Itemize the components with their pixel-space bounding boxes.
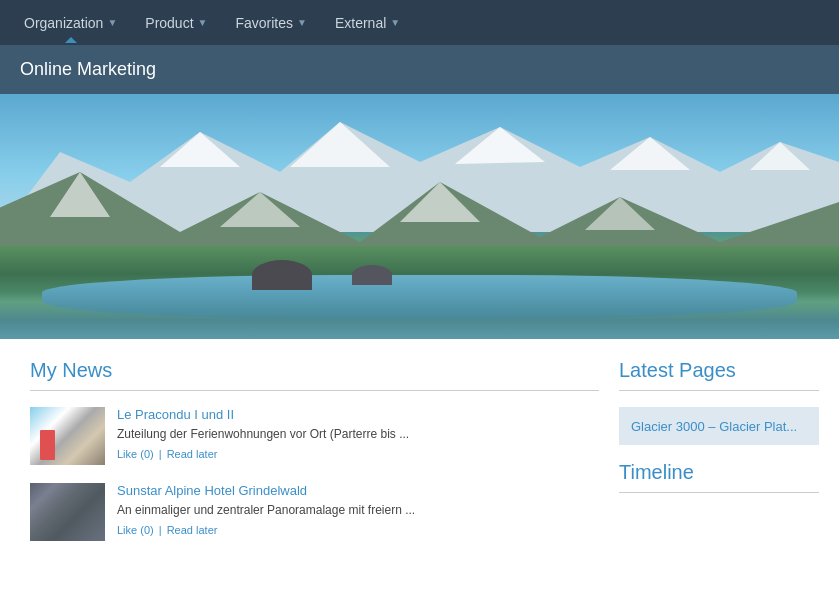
- nav-label-organization: Organization: [24, 15, 103, 31]
- nav-label-product: Product: [145, 15, 193, 31]
- chevron-down-icon: ▼: [297, 17, 307, 28]
- latest-pages-title: Latest Pages: [619, 359, 819, 391]
- news-thumb-2: [30, 483, 105, 541]
- nav-item-external[interactable]: External ▼: [321, 5, 414, 41]
- water-reflection: [42, 275, 797, 319]
- nav-item-organization[interactable]: Organization ▼: [10, 5, 131, 41]
- chevron-down-icon: ▼: [107, 17, 117, 28]
- right-column: Latest Pages Glacier 3000 – Glacier Plat…: [619, 359, 819, 559]
- news-excerpt-1: Zuteilung der Ferienwohnungen vor Ort (P…: [117, 426, 409, 443]
- read-later-2[interactable]: Read later: [167, 524, 218, 536]
- separator-2: |: [159, 524, 162, 536]
- my-news-section: My News Le Pracondu I und II Zuteilung d…: [30, 359, 599, 559]
- separator-1: |: [159, 448, 162, 460]
- nav-label-favorites: Favorites: [235, 15, 293, 31]
- chevron-down-icon: ▼: [198, 17, 208, 28]
- news-body-2: Sunstar Alpine Hotel Grindelwald An einm…: [117, 483, 415, 541]
- like-label-1[interactable]: Like (0): [117, 448, 154, 460]
- news-actions-1[interactable]: Like (0) | Read later: [117, 448, 409, 460]
- news-item-2: Sunstar Alpine Hotel Grindelwald An einm…: [30, 483, 599, 541]
- news-body-1: Le Pracondu I und II Zuteilung der Ferie…: [117, 407, 409, 465]
- rock-2: [352, 265, 392, 285]
- nav-item-product[interactable]: Product ▼: [131, 5, 221, 41]
- news-excerpt-2: An einmaliger und zentraler Panoramalage…: [117, 502, 415, 519]
- main-content: My News Le Pracondu I und II Zuteilung d…: [0, 339, 839, 559]
- chevron-down-icon: ▼: [390, 17, 400, 28]
- page-title: Online Marketing: [20, 59, 156, 79]
- rock-1: [252, 260, 312, 290]
- like-label-2[interactable]: Like (0): [117, 524, 154, 536]
- read-later-1[interactable]: Read later: [167, 448, 218, 460]
- nav-item-favorites[interactable]: Favorites ▼: [221, 5, 320, 41]
- news-actions-2[interactable]: Like (0) | Read later: [117, 524, 415, 536]
- news-item-1: Le Pracondu I und II Zuteilung der Ferie…: [30, 407, 599, 465]
- my-news-title: My News: [30, 359, 599, 391]
- hero-image: [0, 94, 839, 339]
- latest-page-item-1[interactable]: Glacier 3000 – Glacier Plat...: [619, 407, 819, 445]
- news-title-2[interactable]: Sunstar Alpine Hotel Grindelwald: [117, 483, 415, 498]
- nav-label-external: External: [335, 15, 386, 31]
- page-title-bar: Online Marketing: [0, 45, 839, 94]
- news-title-1[interactable]: Le Pracondu I und II: [117, 407, 409, 422]
- news-thumb-1: [30, 407, 105, 465]
- timeline-title: Timeline: [619, 461, 819, 493]
- latest-page-link-1[interactable]: Glacier 3000 – Glacier Plat...: [631, 419, 797, 434]
- top-nav: Organization ▼ Product ▼ Favorites ▼ Ext…: [0, 0, 839, 45]
